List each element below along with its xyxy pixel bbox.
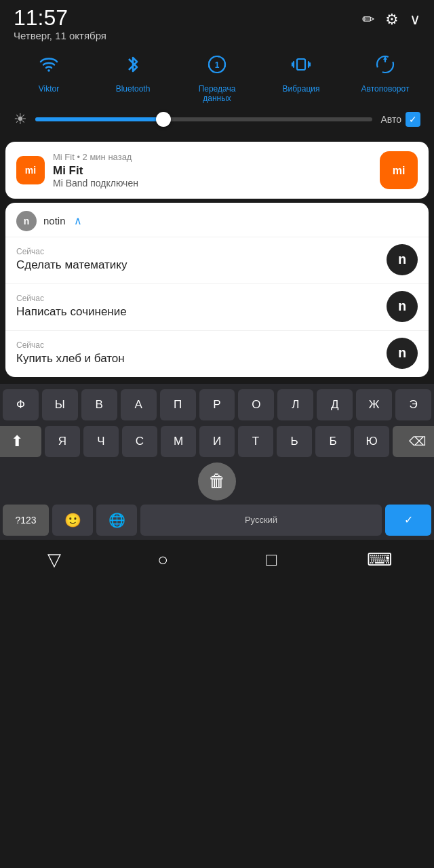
notin-notification-card[interactable]: n notin ∧ Сейчас Сделать математику n Се… — [5, 203, 429, 377]
shift-key[interactable]: ⬆ — [0, 426, 41, 457]
key-globe[interactable]: 🌐 — [96, 505, 137, 536]
bluetooth-icon — [122, 54, 144, 80]
key-numeric[interactable]: ?123 — [3, 505, 49, 536]
quick-tile-data[interactable]: 1 Передача данных — [186, 54, 248, 104]
notin-item-1-time: Сейчас — [16, 247, 127, 256]
vibration-icon — [290, 54, 312, 80]
key-enter[interactable]: ✓ — [385, 505, 431, 536]
brightness-fill — [35, 117, 163, 121]
mifit-notification-card[interactable]: mi Mi Fit • 2 мин назад Mi Fit Mi Band п… — [5, 142, 429, 199]
brightness-slider[interactable] — [35, 117, 372, 121]
notin-item-3[interactable]: Сейчас Купить хлеб и батон n — [5, 330, 429, 377]
notin-item-3-time: Сейчас — [16, 340, 125, 350]
key-p[interactable]: П — [160, 389, 196, 420]
mifit-header: Mi Fit • 2 мин назад — [53, 152, 372, 162]
keyboard-row-1: Ф Ы В А П Р О Л Д Ж Э — [3, 389, 431, 420]
mifit-body: Mi Band подключен — [53, 178, 372, 189]
quick-tile-bluetooth[interactable]: Bluetooth — [102, 54, 163, 94]
notin-avatar: n — [16, 211, 37, 231]
recents-button[interactable]: □ — [254, 548, 288, 572]
settings-icon[interactable]: ⚙ — [385, 11, 399, 28]
vibration-label: Вибрация — [282, 84, 319, 94]
wifi-label: Viktor — [39, 84, 59, 94]
brightness-thumb[interactable] — [156, 112, 171, 127]
key-r[interactable]: Р — [199, 389, 235, 420]
notin-item-2-avatar: n — [387, 291, 418, 322]
status-time: 11:57 — [14, 7, 106, 28]
quick-tile-wifi[interactable]: Viktor — [18, 54, 79, 94]
notin-item-3-title: Купить хлеб и батон — [16, 352, 125, 366]
notin-app-name: notin — [43, 215, 66, 226]
quick-tiles-row: Viktor Bluetooth 1 Передача данных — [0, 54, 434, 104]
key-i[interactable]: И — [199, 426, 235, 457]
notin-item-1-title: Сделать математику — [16, 258, 127, 272]
key-f[interactable]: Ф — [3, 389, 39, 420]
mifit-app-icon[interactable]: mi — [380, 151, 418, 189]
key-s[interactable]: С — [122, 426, 157, 457]
mifit-title: Mi Fit — [53, 164, 372, 178]
notin-item-1[interactable]: Сейчас Сделать математику n — [5, 237, 429, 283]
key-e[interactable]: Э — [395, 389, 431, 420]
notin-item-2[interactable]: Сейчас Написать сочинение n — [5, 283, 429, 330]
edit-icon[interactable]: ✏ — [362, 11, 374, 28]
notifications-area: mi Mi Fit • 2 мин назад Mi Fit Mi Band п… — [0, 142, 434, 377]
key-o[interactable]: О — [238, 389, 274, 420]
svg-text:1: 1 — [215, 60, 220, 70]
keyboard-switch-button[interactable]: ⌨ — [363, 548, 397, 572]
keyboard: Ф Ы В А П Р О Л Д Ж Э ⬆ Я Ч С М И Т Ь Б … — [0, 384, 434, 540]
notin-item-3-text: Сейчас Купить хлеб и батон — [16, 340, 125, 366]
notin-header: n notin ∧ — [5, 203, 429, 237]
keyboard-delete-center: 🗑 — [3, 462, 431, 500]
wifi-icon — [38, 54, 60, 80]
home-button[interactable]: ○ — [146, 548, 180, 572]
notin-item-2-title: Написать сочинение — [16, 305, 127, 319]
keyboard-row-2: ⬆ Я Ч С М И Т Ь Б Ю ⌫ — [3, 426, 431, 457]
svg-point-0 — [47, 69, 50, 72]
key-soft[interactable]: Ь — [277, 426, 312, 457]
brightness-row: ☀ Авто ✓ — [0, 104, 434, 135]
quick-tile-autorotate[interactable]: Автоповорот — [355, 54, 416, 94]
bluetooth-label: Bluetooth — [116, 84, 151, 94]
key-a[interactable]: А — [121, 389, 157, 420]
quick-settings: Viktor Bluetooth 1 Передача данных — [0, 44, 434, 142]
notin-item-1-text: Сейчас Сделать математику — [16, 247, 127, 272]
backspace-key[interactable]: ⌫ — [393, 426, 434, 457]
brightness-auto-label: Авто — [380, 114, 401, 125]
trash-button[interactable]: 🗑 — [198, 462, 236, 500]
key-l[interactable]: Л — [277, 389, 313, 420]
svg-text:mi: mi — [393, 165, 406, 176]
key-space[interactable]: Русский — [140, 505, 382, 536]
notin-item-2-time: Сейчас — [16, 294, 127, 303]
key-y[interactable]: Ы — [42, 389, 78, 420]
key-ch[interactable]: Ч — [83, 426, 119, 457]
key-emoji[interactable]: 🙂 — [52, 505, 93, 536]
notin-item-2-text: Сейчас Написать сочинение — [16, 294, 127, 319]
svg-text:mi: mi — [25, 165, 36, 176]
notin-chevron-icon[interactable]: ∧ — [74, 214, 82, 227]
key-t[interactable]: Т — [238, 426, 273, 457]
data-icon: 1 — [206, 54, 228, 80]
expand-icon[interactable]: ∨ — [410, 11, 420, 28]
key-b[interactable]: Б — [315, 426, 351, 457]
key-zh[interactable]: Ж — [356, 389, 392, 420]
autorotate-label: Автоповорот — [361, 84, 410, 94]
svg-rect-4 — [297, 59, 305, 70]
data-label: Передача данных — [199, 84, 236, 104]
key-d[interactable]: Д — [317, 389, 353, 420]
key-ya[interactable]: Я — [45, 426, 80, 457]
status-date: Четверг, 11 октября — [14, 30, 106, 41]
key-v[interactable]: В — [81, 389, 117, 420]
brightness-auto[interactable]: Авто ✓ — [380, 112, 420, 127]
back-button[interactable]: ▽ — [37, 548, 71, 572]
notin-item-1-avatar: n — [387, 244, 418, 275]
key-m[interactable]: М — [161, 426, 196, 457]
brightness-icon: ☀ — [14, 111, 27, 128]
key-yu[interactable]: Ю — [354, 426, 389, 457]
mifit-app-name: Mi Fit — [53, 152, 75, 162]
keyboard-bottom-row: ?123 🙂 🌐 Русский ✓ — [3, 505, 431, 536]
auto-checkbox[interactable]: ✓ — [406, 112, 420, 127]
status-bar: 11:57 Четверг, 11 октября ✏ ⚙ ∨ — [0, 0, 434, 44]
mifit-time: • 2 мин назад — [77, 152, 132, 162]
notin-item-3-avatar: n — [387, 338, 418, 369]
quick-tile-vibration[interactable]: Вибрация — [271, 54, 332, 94]
